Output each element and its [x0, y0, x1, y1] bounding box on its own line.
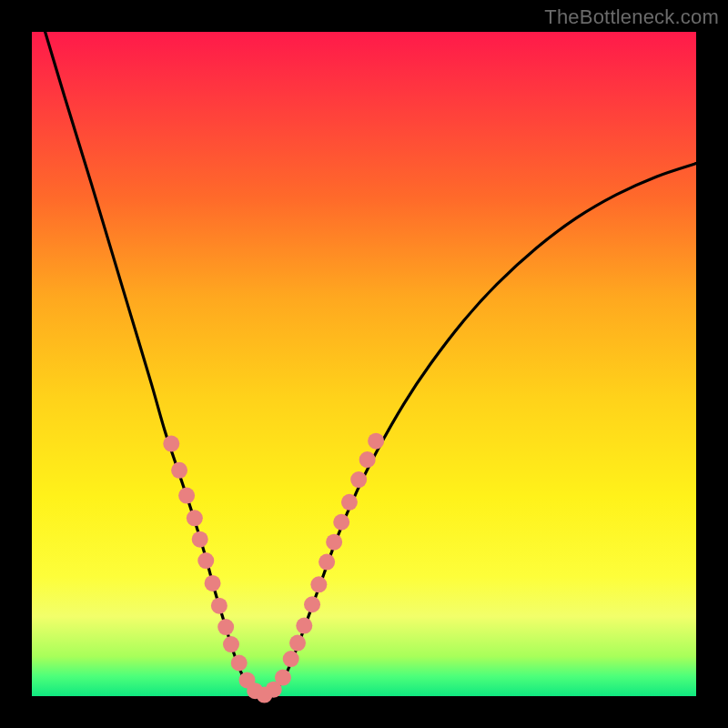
marker-dot — [333, 514, 349, 531]
marker-dot — [296, 618, 312, 634]
watermark-text: TheBottleneck.com — [544, 5, 719, 29]
marker-dot — [205, 575, 221, 592]
marker-dot — [231, 655, 248, 672]
marker-dot — [310, 576, 327, 592]
marker-dot — [368, 433, 384, 450]
marker-dot — [304, 596, 320, 612]
marker-group — [163, 433, 384, 703]
marker-dot — [326, 534, 342, 551]
chart-svg — [32, 32, 696, 696]
marker-dot — [359, 451, 376, 468]
marker-dot — [187, 510, 203, 526]
marker-dot — [171, 462, 187, 479]
marker-dot — [318, 554, 335, 571]
marker-dot — [211, 598, 228, 614]
marker-dot — [217, 619, 234, 635]
marker-dot — [223, 636, 239, 652]
marker-dot — [289, 635, 306, 652]
marker-dot — [283, 651, 299, 667]
chart-frame: TheBottleneck.com — [0, 0, 728, 728]
marker-dot — [197, 552, 214, 569]
marker-dot — [350, 471, 367, 488]
bottleneck-curve-path — [46, 32, 696, 696]
marker-dot — [341, 494, 358, 511]
marker-dot — [178, 488, 195, 504]
marker-dot — [275, 670, 291, 686]
marker-dot — [163, 436, 179, 452]
marker-dot — [192, 531, 208, 548]
plot-area — [32, 32, 696, 696]
